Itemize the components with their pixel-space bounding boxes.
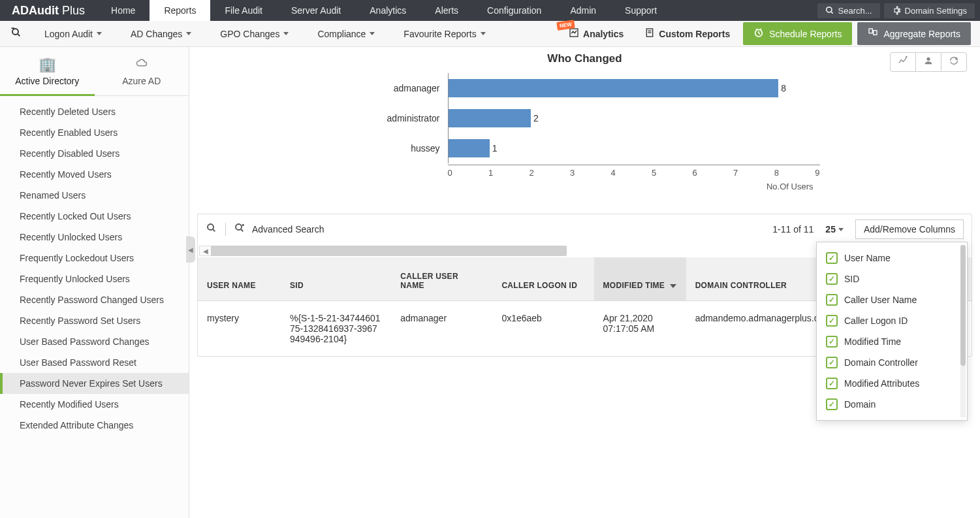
col-header[interactable]: MODIFIED TIME [594,257,686,301]
dropdown-scroll-thumb[interactable] [960,245,966,366]
subnav-ad-changes[interactable]: AD Changes [116,21,206,47]
bar-value: 1 [492,143,498,154]
column-option[interactable]: ✓Caller Logon ID [822,310,959,331]
subnav-gpo-changes[interactable]: GPO Changes [206,21,303,47]
svg-line-22 [241,229,243,231]
sidebar-item[interactable]: User Based Password Reset [0,352,189,373]
add-remove-columns-button[interactable]: Add/Remove Columns [855,219,964,239]
sidebar-item[interactable]: Frequently Unlocked Users [0,268,189,289]
sidebar-item[interactable]: Extended Attribute Changes [0,415,189,436]
bar-label: administrator [350,113,448,123]
checkbox-checked-icon: ✓ [826,398,838,410]
topnav-analytics[interactable]: Analytics [355,0,420,21]
checkbox-checked-icon: ✓ [826,315,838,327]
sidebar-item[interactable]: Recently Disabled Users [0,143,189,164]
column-option[interactable]: ✓Caller User Name [822,289,959,310]
column-option[interactable]: ✓User Name [822,248,959,268]
aggregate-reports-button[interactable]: Aggregate Reports [857,22,971,45]
sidebar-item[interactable]: Recently Moved Users [0,164,189,185]
chart-refresh-icon[interactable] [941,53,966,71]
sidebar-item[interactable]: Frequently Lockedout Users [0,248,189,268]
topnav-file-audit[interactable]: File Audit [210,0,277,21]
main-content: Who Changed admanager8administrator2huss… [189,47,980,518]
checkbox-checked-icon: ✓ [826,357,838,368]
svg-point-18 [926,57,930,61]
sidebar-item[interactable]: Renamed Users [0,185,189,206]
search-label: Search... [838,6,872,16]
chart-toolbar [890,52,967,72]
topnav-reports[interactable]: Reports [150,0,210,21]
page-size-select[interactable]: 25 [825,224,844,235]
svg-line-13 [760,29,761,29]
search-icon [825,6,834,15]
column-option[interactable]: ✓Modified Attributes [822,373,959,394]
sidebar-item[interactable]: Recently Enabled Users [0,122,189,143]
topnav-configuration[interactable]: Configuration [473,0,556,21]
topnav-server-audit[interactable]: Server Audit [277,0,355,21]
analytics-icon [569,27,579,40]
svg-point-0 [826,7,831,12]
chart-x-axis: 0123456789 [448,165,820,178]
tab-azure-ad[interactable]: Azure AD [95,47,189,96]
svg-line-12 [756,29,757,29]
topnav-home[interactable]: Home [97,0,150,21]
building-icon: 🏢 [5,56,89,73]
chart-title: Who Changed [204,52,966,65]
svg-line-20 [213,229,215,231]
sidebar-item[interactable]: Recently Unlocked Users [0,227,189,248]
checkbox-checked-icon: ✓ [826,252,838,264]
col-header[interactable]: USER NAME [198,257,281,301]
sidebar: 🏢 Active Directory Azure AD Recently Del… [0,47,189,518]
subnav-logon-audit[interactable]: Logon Audit [30,21,116,47]
custom-reports-button[interactable]: Custom Reports [637,25,738,42]
subnav-favourite-reports[interactable]: Favourite Reports [389,21,499,47]
col-header[interactable]: CALLER USER NAME [391,257,492,301]
topnav-admin[interactable]: Admin [556,0,610,21]
chart-bar[interactable] [449,139,490,157]
sort-caret-icon [670,284,676,288]
aggregate-icon [868,27,878,40]
svg-rect-15 [874,31,877,35]
search-button[interactable]: Search... [817,3,880,18]
sidebar-item[interactable]: Recently Locked Out Users [0,206,189,227]
sidebar-item[interactable]: Recently Modified Users [0,394,189,415]
scroll-left-button[interactable]: ◀ [199,246,212,256]
column-option[interactable]: ✓Modified Time [822,331,959,352]
topnav-alerts[interactable]: Alerts [420,0,473,21]
sidebar-item[interactable]: Password Never Expires Set Users [0,373,189,394]
table-search-icon[interactable] [206,222,217,236]
domain-settings-button[interactable]: Domain Settings [884,3,975,18]
column-option[interactable]: ✓Domain Controller [822,352,959,373]
col-header[interactable]: SID [281,257,391,301]
sidebar-item[interactable]: Recently Password Changed Users [0,289,189,310]
advanced-search-label[interactable]: Advanced Search [252,224,324,235]
chart-bar[interactable] [449,109,531,127]
chart-add-icon[interactable] [891,53,915,71]
column-option[interactable]: ✓Domain [822,394,959,415]
svg-line-11 [759,33,760,34]
analytics-button[interactable]: NEW Analytics [561,25,631,42]
schedule-reports-button[interactable]: Schedule Reports [743,22,852,45]
bar-label: admanager [350,83,448,93]
chart-user-icon[interactable] [915,53,941,71]
search-filter-icon[interactable] [3,27,30,40]
col-header[interactable]: CALLER LOGON ID [492,257,593,301]
column-option[interactable]: ✓SID [822,268,959,289]
sidebar-item[interactable]: User Based Password Changes [0,331,189,352]
caret-down-icon [370,32,375,35]
scroll-thumb[interactable] [211,246,567,256]
bar-value: 2 [533,113,539,123]
gear-icon [892,6,901,15]
subnav-compliance[interactable]: Compliance [303,21,389,47]
tab-active-directory[interactable]: 🏢 Active Directory [0,47,95,96]
brand: ADAudit Plus [0,0,97,21]
pager-info: 1-11 of 11 [772,224,814,235]
checkbox-checked-icon: ✓ [826,294,838,306]
sidebar-item[interactable]: Recently Deleted Users [0,101,189,122]
sidebar-item[interactable]: Recently Password Set Users [0,310,189,331]
caret-down-icon [97,32,102,35]
advanced-search-icon[interactable] [234,222,245,236]
caret-down-icon [481,32,486,35]
chart-bar[interactable] [449,79,779,97]
topnav-support[interactable]: Support [610,0,671,21]
